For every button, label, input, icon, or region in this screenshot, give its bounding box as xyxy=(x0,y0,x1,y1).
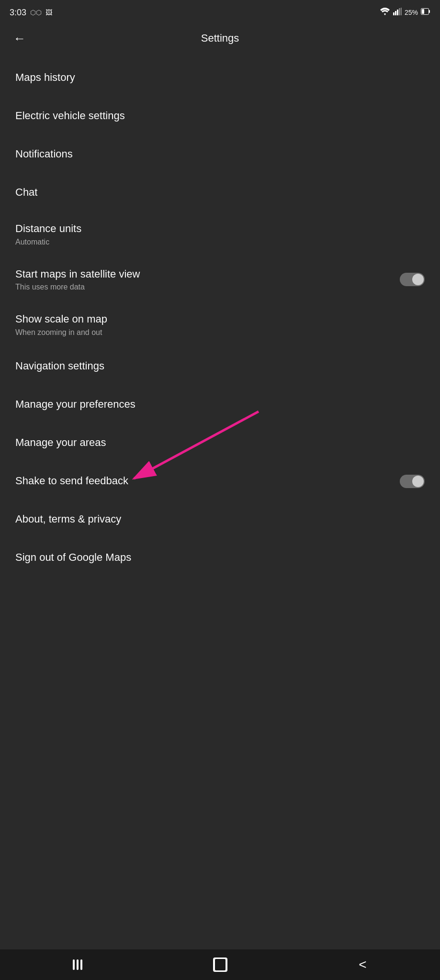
settings-item-satellite-view[interactable]: Start maps in satellite viewThis uses mo… xyxy=(0,257,440,302)
settings-item-content-chat: Chat xyxy=(15,186,425,200)
svg-rect-6 xyxy=(422,9,424,14)
svg-rect-0 xyxy=(393,12,395,15)
svg-rect-4 xyxy=(401,8,402,15)
nav-recents-button[interactable] xyxy=(58,955,97,974)
settings-item-navigation-settings[interactable]: Navigation settings xyxy=(0,347,440,386)
settings-item-subtitle-distance-units: Automatic xyxy=(15,238,425,246)
settings-item-shake-feedback[interactable]: Shake to send feedback xyxy=(0,462,440,501)
settings-item-notifications[interactable]: Notifications xyxy=(0,135,440,173)
header: ← Settings xyxy=(0,23,440,54)
settings-item-content-shake-feedback: Shake to send feedback xyxy=(15,474,400,488)
settings-item-maps-history[interactable]: Maps history xyxy=(0,58,440,97)
svg-rect-7 xyxy=(429,10,430,13)
nav-bar: < xyxy=(0,949,440,980)
settings-item-content-satellite-view: Start maps in satellite viewThis uses mo… xyxy=(15,267,400,292)
settings-item-subtitle-satellite-view: This uses more data xyxy=(15,283,400,291)
settings-item-sign-out[interactable]: Sign out of Google Maps xyxy=(0,539,440,577)
signal-icon xyxy=(393,8,402,17)
settings-item-title-manage-preferences: Manage your preferences xyxy=(15,398,425,412)
settings-item-subtitle-show-scale: When zooming in and out xyxy=(15,328,425,337)
settings-item-content-about-terms: About, terms & privacy xyxy=(15,512,425,526)
settings-item-content-distance-units: Distance unitsAutomatic xyxy=(15,222,425,246)
battery-percentage: 25% xyxy=(405,9,418,16)
nav-home-button[interactable] xyxy=(213,958,227,972)
settings-list: Maps historyElectric vehicle settingsNot… xyxy=(0,54,440,582)
settings-item-content-maps-history: Maps history xyxy=(15,71,425,85)
settings-item-content-navigation-settings: Navigation settings xyxy=(15,359,425,373)
svg-rect-1 xyxy=(395,11,396,15)
status-bar: 3:03 ⬡⬡ 🖼 25% xyxy=(0,0,440,23)
status-time: 3:03 xyxy=(10,8,26,18)
svg-rect-2 xyxy=(397,10,398,15)
settings-item-chat[interactable]: Chat xyxy=(0,173,440,212)
settings-item-content-manage-areas: Manage your areas xyxy=(15,436,425,450)
settings-item-title-chat: Chat xyxy=(15,186,425,200)
settings-item-title-about-terms: About, terms & privacy xyxy=(15,512,425,526)
settings-item-show-scale[interactable]: Show scale on mapWhen zooming in and out xyxy=(0,302,440,347)
settings-item-content-ev-settings: Electric vehicle settings xyxy=(15,109,425,123)
settings-item-distance-units[interactable]: Distance unitsAutomatic xyxy=(0,212,440,257)
settings-item-content-manage-preferences: Manage your preferences xyxy=(15,398,425,412)
settings-item-title-ev-settings: Electric vehicle settings xyxy=(15,109,425,123)
status-bar-left: 3:03 ⬡⬡ 🖼 xyxy=(10,8,52,18)
settings-item-manage-preferences[interactable]: Manage your preferences xyxy=(0,386,440,424)
dropbox-icon-1: ⬡⬡ xyxy=(30,9,42,16)
page-wrapper: 3:03 ⬡⬡ 🖼 25% xyxy=(0,0,440,620)
battery-icon xyxy=(421,8,430,17)
settings-item-content-notifications: Notifications xyxy=(15,147,425,161)
image-icon: 🖼 xyxy=(45,9,52,16)
settings-item-about-terms[interactable]: About, terms & privacy xyxy=(0,501,440,539)
nav-home-square xyxy=(214,958,226,971)
settings-item-content-sign-out: Sign out of Google Maps xyxy=(15,551,425,565)
toggle-knob-satellite-view xyxy=(412,274,424,285)
svg-rect-3 xyxy=(399,8,400,15)
toggle-satellite-view[interactable] xyxy=(400,273,425,286)
settings-item-title-satellite-view: Start maps in satellite view xyxy=(15,267,400,281)
settings-item-title-maps-history: Maps history xyxy=(15,71,425,85)
toggle-shake-feedback[interactable] xyxy=(400,475,425,488)
page-title: Settings xyxy=(201,32,239,45)
settings-item-title-shake-feedback: Shake to send feedback xyxy=(15,474,400,488)
toggle-knob-shake-feedback xyxy=(412,476,424,487)
settings-item-title-notifications: Notifications xyxy=(15,147,425,161)
settings-item-content-show-scale: Show scale on mapWhen zooming in and out xyxy=(15,312,425,337)
settings-item-title-manage-areas: Manage your areas xyxy=(15,436,425,450)
back-button[interactable]: ← xyxy=(10,29,30,48)
settings-item-title-show-scale: Show scale on map xyxy=(15,312,425,326)
status-bar-right: 25% xyxy=(380,8,430,18)
settings-item-title-navigation-settings: Navigation settings xyxy=(15,359,425,373)
settings-item-manage-areas[interactable]: Manage your areas xyxy=(0,424,440,462)
settings-item-ev-settings[interactable]: Electric vehicle settings xyxy=(0,97,440,135)
nav-back-button[interactable]: < xyxy=(344,955,382,974)
wifi-icon xyxy=(380,8,390,18)
settings-item-title-distance-units: Distance units xyxy=(15,222,425,236)
settings-item-title-sign-out: Sign out of Google Maps xyxy=(15,551,425,565)
